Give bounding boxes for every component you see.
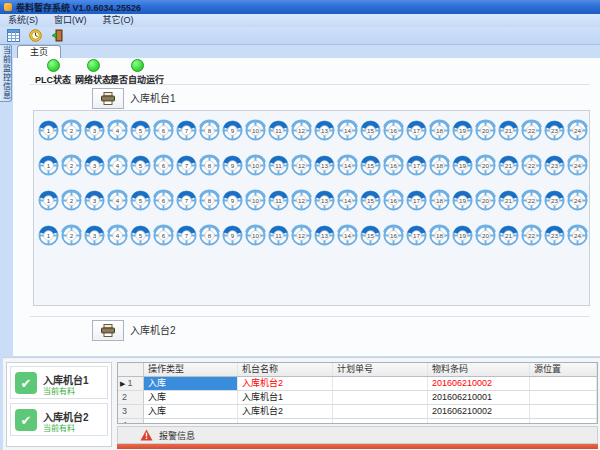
grid-row-3[interactable]: 3入库入库机台2201606210002 bbox=[118, 405, 597, 419]
slot-reel[interactable]: 12 bbox=[290, 119, 313, 142]
slot-reel[interactable]: 23 bbox=[543, 154, 566, 177]
slot-reel[interactable]: 2 bbox=[60, 154, 83, 177]
grid-col-header-5[interactable]: 源位置 bbox=[530, 363, 597, 376]
slot-reel[interactable]: 15 bbox=[359, 119, 382, 142]
slot-reel[interactable]: 1 bbox=[37, 224, 60, 247]
slot-reel[interactable]: 5 bbox=[129, 154, 152, 177]
slot-reel[interactable]: 24 bbox=[566, 189, 589, 212]
slot-reel[interactable]: 14 bbox=[336, 119, 359, 142]
slot-reel[interactable]: 8 bbox=[198, 189, 221, 212]
grid-row-4[interactable]: 4 bbox=[118, 419, 597, 424]
slot-reel[interactable]: 20 bbox=[474, 224, 497, 247]
slot-reel[interactable]: 1 bbox=[37, 154, 60, 177]
slot-reel[interactable]: 20 bbox=[474, 189, 497, 212]
cell-barcode[interactable]: 201606210001 bbox=[428, 391, 530, 404]
cell-source[interactable] bbox=[530, 391, 597, 404]
slot-reel[interactable]: 9 bbox=[221, 119, 244, 142]
slot-reel[interactable]: 5 bbox=[129, 189, 152, 212]
cell-source[interactable] bbox=[530, 377, 597, 390]
slot-reel[interactable]: 7 bbox=[175, 224, 198, 247]
slot-reel[interactable]: 17 bbox=[405, 119, 428, 142]
grid-col-header-2[interactable]: 机台名称 bbox=[238, 363, 333, 376]
menu-item-0[interactable]: 系统(S) bbox=[0, 14, 46, 27]
slot-reel[interactable]: 20 bbox=[474, 154, 497, 177]
machine-card-1[interactable]: ✔入库机台1当前有料 bbox=[10, 366, 108, 399]
slot-reel[interactable]: 4 bbox=[106, 119, 129, 142]
slot-reel[interactable]: 12 bbox=[290, 154, 313, 177]
slot-reel[interactable]: 16 bbox=[382, 224, 405, 247]
slot-reel[interactable]: 17 bbox=[405, 189, 428, 212]
slot-reel[interactable]: 17 bbox=[405, 224, 428, 247]
grid-col-header-4[interactable]: 物料条码 bbox=[428, 363, 530, 376]
slot-reel[interactable]: 18 bbox=[428, 119, 451, 142]
slot-reel[interactable]: 2 bbox=[60, 224, 83, 247]
slot-reel[interactable]: 13 bbox=[313, 189, 336, 212]
slot-reel[interactable]: 4 bbox=[106, 189, 129, 212]
slot-reel[interactable]: 15 bbox=[359, 154, 382, 177]
cell-plan[interactable] bbox=[333, 405, 428, 418]
slot-reel[interactable]: 5 bbox=[129, 224, 152, 247]
slot-reel[interactable]: 3 bbox=[83, 154, 106, 177]
slot-reel[interactable]: 8 bbox=[198, 154, 221, 177]
menu-item-1[interactable]: 窗口(W) bbox=[46, 14, 95, 27]
cell-machine[interactable]: 入库机台1 bbox=[238, 391, 333, 404]
cell-operation[interactable]: 入库 bbox=[144, 377, 238, 390]
slot-reel[interactable]: 9 bbox=[221, 189, 244, 212]
slot-reel[interactable]: 15 bbox=[359, 189, 382, 212]
slot-reel[interactable]: 14 bbox=[336, 154, 359, 177]
operations-grid[interactable]: 操作类型机台名称计划单号物料条码源位置▶1入库入库机台2201606210002… bbox=[117, 362, 598, 424]
slot-reel[interactable]: 5 bbox=[129, 119, 152, 142]
slot-reel[interactable]: 18 bbox=[428, 189, 451, 212]
slot-reel[interactable]: 9 bbox=[221, 224, 244, 247]
slot-reel[interactable]: 8 bbox=[198, 224, 221, 247]
slot-reel[interactable]: 12 bbox=[290, 224, 313, 247]
slot-reel[interactable]: 21 bbox=[497, 154, 520, 177]
slot-reel[interactable]: 6 bbox=[152, 119, 175, 142]
slot-reel[interactable]: 23 bbox=[543, 224, 566, 247]
print-station2-button[interactable] bbox=[92, 320, 124, 341]
slot-reel[interactable]: 18 bbox=[428, 154, 451, 177]
slot-reel[interactable]: 10 bbox=[244, 189, 267, 212]
slot-reel[interactable]: 24 bbox=[566, 224, 589, 247]
cell-plan[interactable] bbox=[333, 419, 428, 424]
slot-reel[interactable]: 10 bbox=[244, 119, 267, 142]
slot-reel[interactable]: 13 bbox=[313, 154, 336, 177]
slot-reel[interactable]: 3 bbox=[83, 224, 106, 247]
slot-reel[interactable]: 13 bbox=[313, 119, 336, 142]
cell-machine[interactable]: 入库机台2 bbox=[238, 377, 333, 390]
grid-col-header-3[interactable]: 计划单号 bbox=[333, 363, 428, 376]
slot-reel[interactable]: 22 bbox=[520, 119, 543, 142]
slot-reel[interactable]: 21 bbox=[497, 189, 520, 212]
slot-reel[interactable]: 1 bbox=[37, 119, 60, 142]
slot-reel[interactable]: 10 bbox=[244, 154, 267, 177]
slot-reel[interactable]: 9 bbox=[221, 154, 244, 177]
cell-machine[interactable]: 入库机台2 bbox=[238, 405, 333, 418]
slot-reel[interactable]: 19 bbox=[451, 224, 474, 247]
slot-reel[interactable]: 4 bbox=[106, 224, 129, 247]
slot-reel[interactable]: 3 bbox=[83, 119, 106, 142]
slot-reel[interactable]: 22 bbox=[520, 154, 543, 177]
slot-reel[interactable]: 6 bbox=[152, 189, 175, 212]
side-panel-tab[interactable]: 当前监控信息 bbox=[0, 44, 12, 102]
slot-reel[interactable]: 11 bbox=[267, 224, 290, 247]
slot-reel[interactable]: 19 bbox=[451, 154, 474, 177]
slot-reel[interactable]: 11 bbox=[267, 119, 290, 142]
slot-reel[interactable]: 11 bbox=[267, 154, 290, 177]
cell-barcode[interactable]: 201606210002 bbox=[428, 405, 530, 418]
slot-reel[interactable]: 23 bbox=[543, 189, 566, 212]
slot-reel[interactable]: 2 bbox=[60, 119, 83, 142]
grid-col-header-1[interactable]: 操作类型 bbox=[144, 363, 238, 376]
slot-reel[interactable]: 24 bbox=[566, 154, 589, 177]
slot-reel[interactable]: 6 bbox=[152, 154, 175, 177]
cell-source[interactable] bbox=[530, 405, 597, 418]
slot-reel[interactable]: 23 bbox=[543, 119, 566, 142]
title-bar[interactable]: 卷料暂存系统 V1.0.6034.25526 bbox=[0, 0, 600, 15]
machine-card-2[interactable]: ✔入库机台2当前有料 bbox=[10, 403, 108, 436]
tab-home[interactable]: 主页 bbox=[17, 45, 61, 59]
slot-reel[interactable]: 21 bbox=[497, 224, 520, 247]
slot-reel[interactable]: 19 bbox=[451, 189, 474, 212]
cell-plan[interactable] bbox=[333, 377, 428, 390]
exit-icon[interactable] bbox=[48, 27, 66, 44]
cell-barcode[interactable] bbox=[428, 419, 530, 424]
cell-operation[interactable]: 入库 bbox=[144, 405, 238, 418]
